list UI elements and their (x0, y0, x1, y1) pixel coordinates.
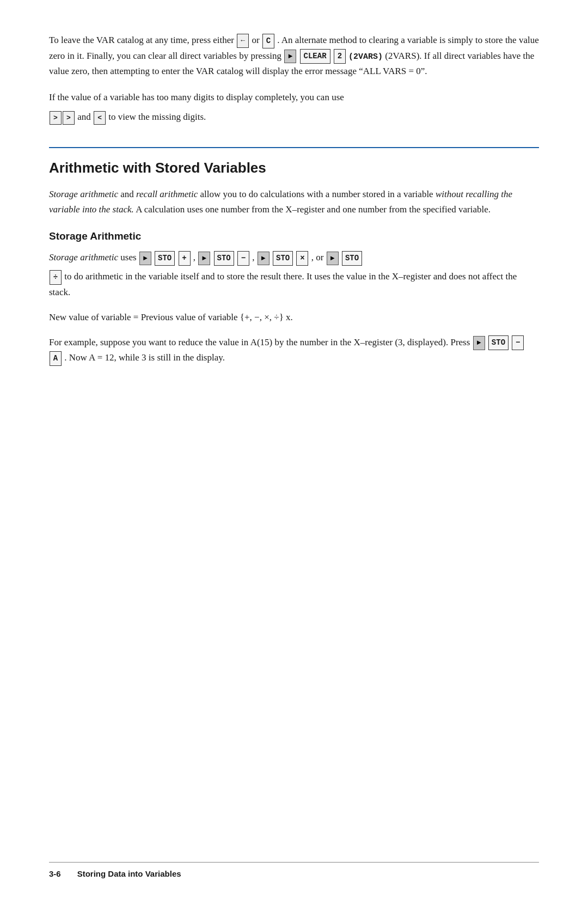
comma-2: , (252, 252, 257, 262)
divide-key: ÷ (50, 270, 62, 285)
right-scroll-key: > (63, 111, 75, 125)
body-allow: allow you to do calculations with a numb… (200, 189, 435, 199)
comma-1: , (193, 252, 198, 262)
section-divider (49, 147, 539, 148)
right-arrow-key: > (50, 111, 62, 125)
sto-key-4: STO (342, 251, 362, 266)
intro-text-4: If the value of a variable has too many … (49, 92, 344, 102)
storage-cont-text: to do arithmetic in the variable itself … (49, 271, 517, 297)
minus-key: − (237, 251, 249, 266)
shift-key-6: ► (473, 336, 485, 350)
sto-key-5: STO (488, 335, 509, 350)
recall-arithmetic-italic: recall arithmetic (136, 189, 198, 199)
sto-key-2: STO (214, 251, 234, 266)
clear-key: CLEAR (300, 49, 330, 64)
shift-key-3: ► (198, 252, 210, 265)
main-content: To leave the VAR catalog at any time, pr… (49, 33, 539, 862)
body-final: A calculation uses one number from the X… (136, 204, 491, 215)
minus-key-2: − (512, 335, 524, 350)
footer-area: 3-6 Storing Data into Variables (49, 862, 539, 878)
storage-or: , or (311, 252, 326, 262)
example-text-2: . Now A = 12, while 3 is still in the di… (64, 352, 225, 363)
example-text-1: For example, suppose you want to reduce … (49, 337, 470, 347)
footer-chapter: Storing Data into Variables (77, 869, 181, 878)
storage-italic: Storage arithmetic (49, 252, 118, 262)
times-key: × (296, 251, 308, 266)
intro-text-5: to view the missing digits. (108, 112, 206, 122)
page-content: To leave the VAR catalog at any time, pr… (49, 33, 539, 366)
left-scroll-key: < (94, 111, 106, 125)
intro-paragraph-2: If the value of a variable has too many … (49, 90, 539, 105)
a-key: A (50, 351, 62, 366)
footer-page: 3-6 (49, 869, 61, 878)
shift-key-4: ► (258, 252, 270, 265)
formula-line: New value of variable = Previous value o… (49, 310, 539, 325)
sto-key-1: STO (155, 251, 175, 266)
body-and: and (120, 189, 136, 199)
two-key-1: 2 (334, 49, 346, 64)
2vars-label: (2VARS) (348, 52, 383, 62)
shift-key-5: ► (327, 252, 339, 265)
arrow-and: and (77, 112, 93, 122)
sto-key-3: STO (273, 251, 293, 266)
shift-key-1: ► (284, 50, 296, 63)
intro-text-1: To leave the VAR catalog at any time, pr… (49, 35, 234, 45)
intro-paragraph-1: To leave the VAR catalog at any time, pr… (49, 33, 539, 79)
storage-arithmetic-line: Storage arithmetic uses ► STO + , ► STO … (49, 250, 539, 266)
footer: 3-6 Storing Data into Variables (49, 869, 539, 878)
subsection-title: Storage Arithmetic (49, 230, 539, 242)
c-key: C (262, 34, 274, 48)
footer-divider (49, 862, 539, 863)
section-body: Storage arithmetic and recall arithmetic… (49, 187, 539, 217)
backspace-key: ← (237, 34, 249, 47)
storage-arithmetic-italic: Storage arithmetic (49, 189, 118, 199)
intro-or-1: or (252, 35, 261, 45)
storage-cont-line: ÷ to do arithmetic in the variable itsel… (49, 269, 539, 300)
shift-key-2: ► (139, 252, 151, 265)
plus-key: + (179, 251, 191, 266)
uses-text: uses (120, 252, 139, 262)
example-paragraph: For example, suppose you want to reduce … (49, 335, 539, 366)
section-title: Arithmetic with Stored Variables (49, 159, 539, 178)
arrow-line: > > and < to view the missing digits. (49, 109, 539, 125)
page-wrapper: To leave the VAR catalog at any time, pr… (49, 33, 539, 878)
